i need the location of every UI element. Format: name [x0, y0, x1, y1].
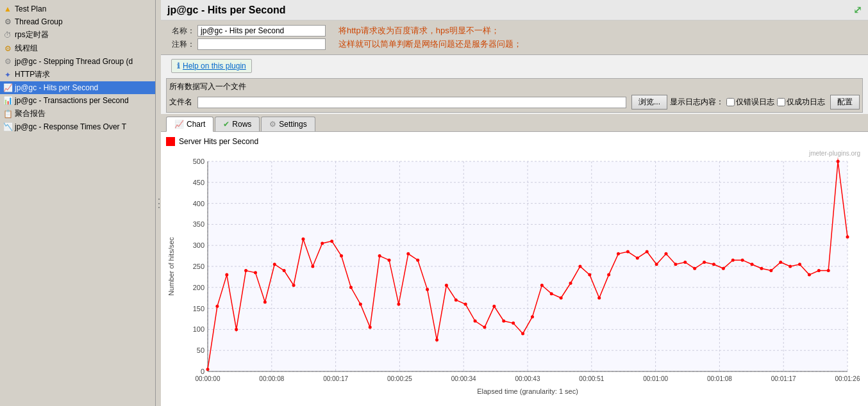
timer-icon: ⏱	[3, 30, 13, 40]
transactions-icon: 📊	[3, 95, 13, 106]
notice-text2: 这样就可以简单判断是网络问题还是服务器问题；	[338, 38, 522, 50]
name-row: 名称： 将http请求改为百度请求，hps明显不一样；	[166, 25, 863, 37]
chart-canvas	[166, 149, 860, 403]
rows-tab-icon: ✔	[223, 120, 230, 129]
comment-input[interactable]	[197, 38, 326, 50]
response-icon: 📉	[3, 122, 13, 132]
file-input[interactable]	[197, 97, 626, 108]
sidebar-item-test-plan[interactable]: ▲ Test Plan	[0, 3, 155, 15]
settings-tab-label: Settings	[279, 120, 306, 129]
sidebar-item-response[interactable]: 📉 jp@gc - Response Times Over T	[0, 120, 155, 133]
sidebar-item-rps-timer[interactable]: ⏱ rps定时器	[0, 28, 155, 42]
help-notice[interactable]: ℹ Help on this plugin	[171, 59, 252, 73]
chart-watermark: jmeter-plugins.org	[809, 150, 860, 157]
tab-chart[interactable]: 📈 Chart	[166, 117, 213, 132]
file-label: 文件名	[169, 97, 195, 108]
tab-settings[interactable]: ⚙ Settings	[261, 117, 315, 131]
sidebar-item-http[interactable]: ✦ HTTP请求	[0, 68, 155, 81]
aggregate-icon: 📋	[3, 109, 13, 119]
chart-tab-icon: 📈	[174, 120, 184, 129]
sidebar-divider[interactable]: ⋮	[156, 0, 161, 406]
sidebar-item-thread-group2[interactable]: ⚙ 线程组	[0, 42, 155, 55]
legend-label: Server Hits per Second	[179, 137, 258, 146]
tabs-bar: 📈 Chart ✔ Rows ⚙ Settings	[161, 114, 868, 132]
info-icon: ℹ	[177, 61, 180, 70]
help-link[interactable]: Help on this plugin	[183, 61, 246, 70]
thread-group-icon: ⚙	[3, 17, 13, 27]
log-display-label: 显示日志内容：	[670, 97, 724, 108]
legend-color-box	[166, 137, 175, 146]
sidebar-item-aggregate[interactable]: 📋 聚合报告	[0, 107, 155, 120]
success-log-checkbox-label: 仅成功日志	[777, 97, 825, 108]
sidebar-item-step-thread[interactable]: ⚙ jp@gc - Stepping Thread Group (d	[0, 55, 155, 68]
chart-legend: Server Hits per Second	[166, 137, 863, 146]
thread-icon: ⚙	[3, 44, 13, 54]
notice-text1: 将http请求改为百度请求，hps明显不一样；	[338, 25, 499, 37]
error-log-checkbox-label: 仅错误日志	[726, 97, 774, 108]
browse-button[interactable]: 浏览...	[631, 95, 667, 110]
config-button[interactable]: 配置	[830, 95, 860, 110]
settings-tab-icon: ⚙	[269, 120, 276, 129]
test-plan-icon: ▲	[3, 4, 13, 14]
comment-row: 注释： 这样就可以简单判断是网络问题还是服务器问题；	[166, 38, 863, 50]
hits-icon: 📈	[3, 83, 13, 93]
sidebar-item-hits[interactable]: 📈 jp@gc - Hits per Second	[0, 81, 155, 94]
title-bar: jp@gc - Hits per Second ⤢	[161, 0, 868, 20]
name-label: 名称：	[166, 26, 195, 37]
http-icon: ✦	[3, 70, 13, 80]
comment-label: 注释：	[166, 39, 195, 50]
sidebar-item-transactions[interactable]: 📊 jp@gc - Transactions per Second	[0, 94, 155, 107]
file-section-label: 所有数据写入一个文件	[169, 81, 860, 92]
sidebar: ▲ Test Plan ⚙ Thread Group ⏱ rps定时器 ⚙ 线程…	[0, 0, 156, 406]
error-log-checkbox[interactable]	[726, 98, 735, 106]
page-title: jp@gc - Hits per Second	[167, 4, 286, 16]
success-log-checkbox[interactable]	[777, 98, 785, 106]
sidebar-item-thread-group[interactable]: ⚙ Thread Group	[0, 15, 155, 28]
step-thread-icon: ⚙	[3, 56, 13, 67]
chart-container: Server Hits per Second jmeter-plugins.or…	[161, 132, 868, 406]
tab-rows[interactable]: ✔ Rows	[215, 117, 260, 131]
rows-tab-label: Rows	[232, 120, 251, 129]
name-input[interactable]	[197, 25, 326, 37]
main-content: jp@gc - Hits per Second ⤢ 名称： 将http请求改为百…	[161, 0, 868, 406]
chart-tab-label: Chart	[187, 120, 205, 129]
form-area: 名称： 将http请求改为百度请求，hps明显不一样； 注释： 这样就可以简单判…	[161, 20, 868, 55]
expand-icon[interactable]: ⤢	[853, 4, 862, 16]
